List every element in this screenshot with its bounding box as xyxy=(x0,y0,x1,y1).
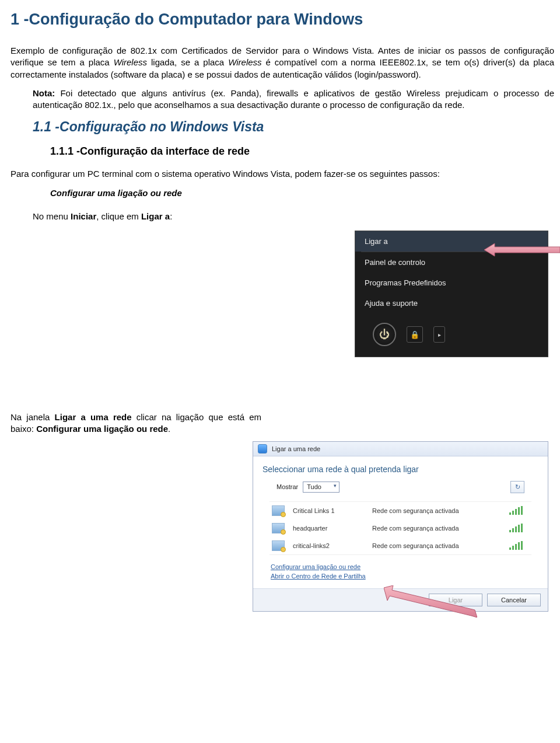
substep-text-2: , clique em xyxy=(96,211,141,221)
substep-text-1: No menu xyxy=(33,211,71,221)
svg-marker-0 xyxy=(484,243,560,256)
cancel-button[interactable]: Cancelar xyxy=(487,594,541,606)
section-heading-1-1-1: 1.1.1 -Configuração da interface de rede xyxy=(50,145,554,158)
lock-button-icon[interactable]: 🔒 xyxy=(407,326,423,343)
signal-icon xyxy=(509,507,523,515)
window-body: Seleccionar uma rede à qual pretenda lig… xyxy=(253,456,548,588)
intro-paragraph: Exemplo de configuração de 802.1x com Ce… xyxy=(10,45,554,81)
intro-text-2: ligada, se a placa xyxy=(147,57,228,67)
wifi-adapter-icon xyxy=(272,505,285,516)
intro-wireless-1: Wireless xyxy=(114,57,147,67)
link-network-center[interactable]: Abrir o Centro de Rede e Partilha xyxy=(271,571,530,581)
caption-connect-window: Na janela Ligar a uma rede clicar na lig… xyxy=(10,411,261,435)
note-paragraph: Nota: Foi detectado que alguns antivírus… xyxy=(33,88,554,111)
network-status: Rede com segurança activada xyxy=(372,542,506,549)
svg-marker-1 xyxy=(384,585,477,618)
network-row[interactable]: critical-links2 Rede com segurança activ… xyxy=(270,537,531,554)
power-button-icon[interactable]: ⏻ xyxy=(373,323,396,346)
network-status: Rede com segurança activada xyxy=(372,525,506,532)
link-setup-connection[interactable]: Configurar uma ligação ou rede xyxy=(271,562,530,572)
note-label: Nota: xyxy=(33,88,55,98)
network-row[interactable]: headquarter Rede com segurança activada xyxy=(270,519,531,537)
signal-icon xyxy=(509,542,523,550)
substep-text-3: : xyxy=(170,211,172,221)
section-heading-1-1: 1.1 -Configuração no Windows Vista xyxy=(33,119,554,135)
step-start-menu: No menu Iniciar, clique em Ligar a: xyxy=(33,211,554,222)
window-titlebar: Ligar a uma rede xyxy=(253,442,548,456)
signal-icon xyxy=(509,524,523,532)
start-item-programas-predefinidos[interactable]: Programas Predefinidos xyxy=(355,273,548,293)
steps-intro: Para configurar um PC terminal com o sis… xyxy=(10,168,554,180)
network-globe-icon xyxy=(258,444,267,454)
network-status: Rede com segurança activada xyxy=(372,507,506,514)
page-title: 1 -Configuração do Computador para Windo… xyxy=(10,11,554,29)
pointer-arrow-icon xyxy=(384,585,477,618)
filter-label: Mostrar xyxy=(276,483,298,490)
start-menu-screenshot: Ligar a Painel de controlo Programas Pre… xyxy=(10,231,554,400)
network-name: headquarter xyxy=(293,525,369,532)
intro-wireless-2: Wireless xyxy=(228,57,261,67)
refresh-button[interactable]: ↻ xyxy=(510,481,524,493)
filter-dropdown[interactable]: Tudo xyxy=(303,482,340,493)
network-name: Critical Links 1 xyxy=(293,507,369,514)
start-item-ajuda-suporte[interactable]: Ajuda e suporte xyxy=(355,293,548,313)
window-title: Ligar a uma rede xyxy=(272,445,320,452)
filter-row: Mostrar Tudo ↻ xyxy=(276,481,524,493)
window-links: Configurar uma ligação ou rede Abrir o C… xyxy=(271,562,530,581)
note-text: Foi detectado que alguns antivírus (ex. … xyxy=(33,88,554,110)
wifi-adapter-icon xyxy=(272,523,285,533)
substep-ligar-a: Ligar a xyxy=(141,211,170,221)
step-configure-connection: Configurar uma ligação ou rede xyxy=(50,187,554,199)
cap2-ligar-rede: Ligar a uma rede xyxy=(55,412,132,422)
pointer-arrow-icon xyxy=(484,242,560,257)
substep-iniciar: Iniciar xyxy=(71,211,96,221)
wifi-adapter-icon xyxy=(272,540,285,551)
cap2-text-3: . xyxy=(168,424,170,434)
cap2-text-1: Na janela xyxy=(10,412,55,422)
shutdown-options-icon[interactable]: ▸ xyxy=(433,326,445,343)
network-list: Critical Links 1 Rede com segurança acti… xyxy=(270,501,531,555)
cap2-configurar: Configurar uma ligação ou rede xyxy=(36,424,168,434)
start-menu-bottom-bar: ⏻ 🔒 ▸ xyxy=(355,313,548,352)
network-name: critical-links2 xyxy=(293,542,369,549)
window-heading: Seleccionar uma rede à qual pretenda lig… xyxy=(262,465,538,474)
connect-window-screenshot: Ligar a uma rede Seleccionar uma rede à … xyxy=(10,441,554,629)
network-row[interactable]: Critical Links 1 Rede com segurança acti… xyxy=(270,502,531,519)
